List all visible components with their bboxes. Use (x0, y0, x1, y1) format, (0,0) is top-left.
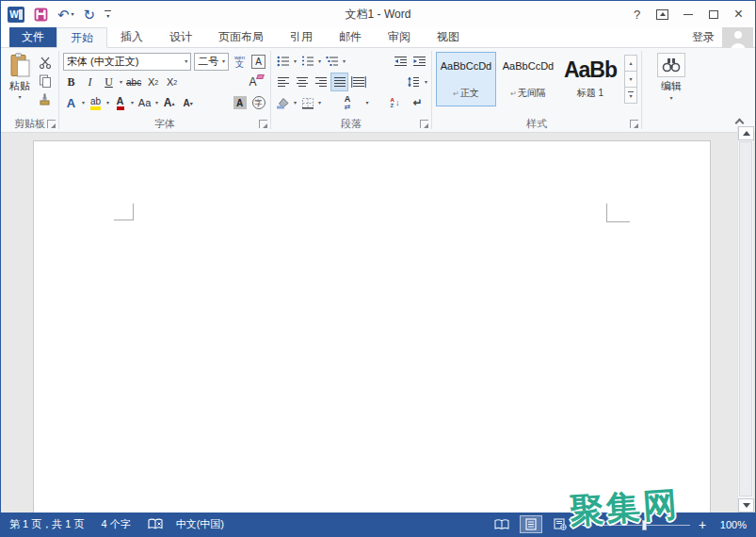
cut-button[interactable] (37, 55, 53, 70)
font-size-select[interactable]: 二号 ▾ (194, 53, 229, 71)
help-button[interactable]: ? (624, 4, 650, 24)
line-spacing-button[interactable] (406, 73, 422, 90)
print-layout-button[interactable] (520, 515, 542, 533)
word-app-icon[interactable]: W (8, 7, 24, 23)
style-gallery-more-button[interactable]: ▾ (624, 87, 637, 104)
styles-dialog-launcher[interactable] (630, 120, 638, 128)
numbering-button[interactable] (299, 53, 315, 70)
paste-button[interactable]: 粘贴 ▾ (5, 51, 35, 116)
tab-mailings[interactable]: 邮件 (326, 27, 375, 47)
shading-button[interactable] (275, 94, 291, 111)
maximize-button[interactable] (700, 4, 726, 24)
clear-formatting-button[interactable]: A (245, 73, 261, 90)
underline-button[interactable]: U (101, 73, 117, 90)
style-scroll-down-button[interactable]: ▾ (624, 71, 637, 88)
tab-page-layout[interactable]: 页面布局 (205, 27, 277, 47)
clipboard-dialog-launcher[interactable] (47, 120, 56, 128)
line-spacing-caret[interactable]: ▾ (425, 79, 427, 85)
language-status[interactable]: 中文(中国) (176, 517, 224, 531)
tab-home[interactable]: 开始 (56, 27, 107, 48)
customize-qat-button[interactable]: ▾ (105, 10, 111, 19)
ribbon-display-options-button[interactable] (650, 4, 675, 24)
tab-review[interactable]: 审阅 (375, 27, 424, 47)
character-shading-button[interactable]: A (232, 94, 248, 111)
superscript-button[interactable]: X2 (164, 73, 180, 90)
editing-menu-button[interactable] (657, 53, 685, 77)
character-border-button[interactable]: A (250, 53, 266, 70)
zoom-level[interactable]: 100% (715, 519, 747, 530)
text-effects-button[interactable]: A (63, 94, 79, 111)
paragraph-dialog-launcher[interactable] (420, 120, 428, 128)
style-card-normal[interactable]: AaBbCcDd ↵正文 (436, 52, 496, 106)
paste-caret[interactable]: ▾ (18, 94, 21, 100)
copy-button[interactable] (37, 73, 53, 89)
tab-view[interactable]: 视图 (424, 27, 473, 47)
bullets-caret[interactable]: ▾ (294, 58, 297, 64)
borders-caret[interactable]: ▾ (318, 100, 321, 106)
font-color-caret[interactable]: ▾ (131, 100, 134, 106)
sort-button[interactable]: A Z ↓ (387, 94, 403, 111)
subscript-button[interactable]: X2 (145, 73, 161, 90)
zoom-in-button[interactable]: + (697, 518, 708, 531)
highlight-caret[interactable]: ▾ (106, 100, 109, 106)
tab-insert[interactable]: 插入 (107, 27, 156, 47)
document-page[interactable] (33, 140, 711, 513)
style-card-heading1[interactable]: AaBb 标题 1 (560, 52, 620, 106)
enclose-characters-button[interactable]: 字 (250, 94, 266, 111)
redo-button[interactable]: ↻ (84, 8, 96, 22)
multilevel-list-button[interactable] (324, 53, 340, 70)
sign-in-link[interactable]: 登录 (692, 29, 715, 45)
phonetic-guide-button[interactable]: wén 文 (232, 53, 248, 70)
avatar[interactable] (722, 27, 753, 48)
font-dialog-launcher[interactable] (259, 120, 267, 128)
distribute-button[interactable] (350, 73, 367, 90)
show-hide-marks-button[interactable]: ↵ (410, 94, 426, 111)
scroll-down-button[interactable] (738, 498, 754, 513)
style-card-no-spacing[interactable]: AaBbCcDd ↵无间隔 (498, 52, 558, 106)
read-mode-button[interactable] (491, 515, 513, 533)
tab-design[interactable]: 设计 (156, 27, 205, 47)
change-case-caret[interactable]: ▾ (155, 100, 158, 106)
scrollbar-thumb[interactable] (739, 141, 752, 496)
bold-button[interactable]: B (63, 73, 79, 90)
shrink-font-button[interactable]: A▾ (180, 94, 196, 111)
tab-references[interactable]: 引用 (277, 27, 326, 47)
web-layout-button[interactable] (549, 515, 571, 533)
proofing-status-button[interactable] (148, 518, 163, 530)
font-name-select[interactable]: 宋体 (中文正文) ▾ (63, 53, 191, 71)
save-button[interactable] (34, 8, 48, 22)
shading-caret[interactable]: ▾ (294, 100, 297, 106)
strikethrough-button[interactable]: abc (125, 73, 142, 90)
align-center-button[interactable] (294, 73, 310, 90)
multilevel-caret[interactable]: ▾ (343, 58, 346, 64)
undo-dropdown-caret[interactable]: ▾ (72, 11, 74, 17)
asian-layout-caret[interactable]: ▾ (366, 100, 369, 106)
increase-indent-button[interactable] (411, 53, 427, 70)
paste-label: 粘贴 (9, 79, 30, 93)
numbering-caret[interactable]: ▾ (318, 58, 321, 64)
italic-button[interactable]: I (82, 73, 98, 90)
underline-caret[interactable]: ▾ (120, 79, 122, 85)
change-case-button[interactable]: Aa (137, 94, 153, 111)
asian-layout-button[interactable]: A ⇄ (340, 94, 356, 111)
bullets-button[interactable] (275, 53, 291, 70)
text-effects-caret[interactable]: ▾ (82, 100, 85, 106)
grow-font-button[interactable]: A▴ (161, 94, 177, 111)
justify-button[interactable] (331, 73, 347, 90)
minimize-button[interactable] (675, 4, 700, 24)
style-scroll-up-button[interactable]: ▴ (624, 55, 637, 72)
word-count-status[interactable]: 4 个字 (101, 517, 130, 531)
highlight-color-button[interactable]: ab (88, 94, 104, 111)
close-button[interactable]: × (726, 4, 751, 24)
page-number-status[interactable]: 第 1 页，共 1 页 (9, 517, 84, 531)
tab-file[interactable]: 文件 (9, 27, 56, 47)
format-painter-button[interactable] (37, 92, 53, 107)
undo-button[interactable]: ↶ ▾ (57, 8, 74, 22)
align-right-button[interactable] (313, 73, 329, 90)
align-left-button[interactable] (275, 73, 291, 90)
scroll-up-button[interactable] (738, 126, 754, 140)
borders-button[interactable] (299, 94, 315, 111)
font-color-button[interactable]: A (112, 94, 128, 111)
vertical-scrollbar[interactable] (737, 126, 753, 513)
decrease-indent-button[interactable] (393, 53, 409, 70)
